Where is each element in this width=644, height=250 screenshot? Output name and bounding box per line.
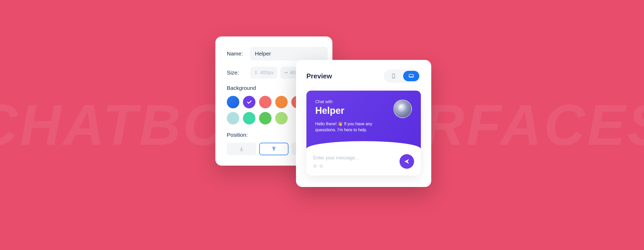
name-input[interactable] (250, 47, 328, 60)
size-label: Size: (227, 70, 245, 76)
svg-point-1 (394, 77, 394, 78)
desktop-icon (408, 73, 414, 79)
dot-icon[interactable] (313, 164, 317, 168)
mobile-icon (391, 73, 396, 79)
preview-panel: Preview Chat with Helper Hello there! 👋 … (296, 60, 431, 187)
message-input[interactable]: Enter your message... (313, 155, 395, 161)
color-swatch-blue[interactable] (227, 96, 239, 108)
align-bottom-icon (239, 146, 244, 152)
color-swatch-orange[interactable] (275, 96, 288, 108)
chat-greeting: Hello there! 👋 If you have any quesstion… (315, 121, 380, 133)
preview-title: Preview (306, 72, 332, 80)
height-input[interactable]: 400px (250, 67, 277, 79)
name-label: Name: (227, 51, 245, 57)
checkmark-icon (246, 99, 252, 105)
align-top-icon (271, 146, 276, 152)
mobile-view-button[interactable] (385, 71, 402, 81)
position-bottom-button[interactable] (227, 143, 256, 155)
dot-icon[interactable] (319, 164, 323, 168)
color-swatch-teal[interactable] (243, 112, 255, 124)
color-swatch-coral[interactable] (259, 96, 272, 108)
attachment-dots (313, 164, 395, 168)
desktop-view-button[interactable] (403, 71, 419, 81)
color-swatch-purple-selected[interactable] (243, 96, 255, 108)
send-button[interactable] (400, 154, 414, 169)
color-swatch-lightgreen[interactable] (275, 112, 288, 124)
position-top-button[interactable] (259, 143, 289, 155)
horizontal-arrow-icon (284, 71, 288, 75)
send-icon (404, 158, 410, 165)
vertical-arrow-icon (254, 71, 258, 75)
color-swatch-green[interactable] (259, 112, 272, 124)
chat-header: Chat with Helper Hello there! 👋 If you h… (306, 91, 421, 148)
chat-widget: Chat with Helper Hello there! 👋 If you h… (306, 91, 421, 176)
color-swatch-lightteal[interactable] (227, 112, 239, 124)
device-toggle (384, 69, 421, 83)
bot-avatar (393, 99, 412, 118)
